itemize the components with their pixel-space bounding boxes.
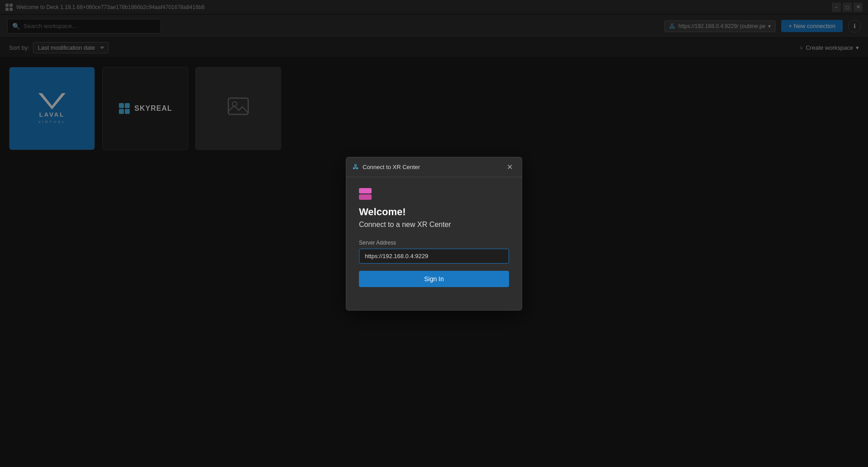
deck-icon-top: [359, 188, 372, 193]
sign-in-button[interactable]: Sign In: [359, 271, 509, 287]
server-address-input[interactable]: [359, 249, 509, 264]
modal-close-button[interactable]: ✕: [504, 162, 515, 172]
welcome-icon-row: [359, 188, 509, 200]
modal-title-icon: 🖧: [353, 163, 359, 170]
modal-title-left: 🖧 Connect to XR Center: [353, 163, 420, 170]
modal-welcome-subtitle: Connect to a new XR Center: [359, 221, 509, 229]
modal-overlay: 🖧 Connect to XR Center ✕ Welcome! Connec…: [0, 0, 868, 467]
modal-body: Welcome! Connect to a new XR Center Serv…: [346, 177, 522, 300]
deck-icon-stack: [359, 188, 372, 200]
modal-title-text: Connect to XR Center: [363, 164, 420, 170]
server-address-label: Server Address: [359, 240, 509, 246]
deck-icon-bottom: [359, 194, 372, 200]
modal-title-bar: 🖧 Connect to XR Center ✕: [346, 157, 522, 177]
modal-welcome-title: Welcome!: [359, 206, 509, 218]
connect-modal: 🖧 Connect to XR Center ✕ Welcome! Connec…: [346, 157, 522, 311]
